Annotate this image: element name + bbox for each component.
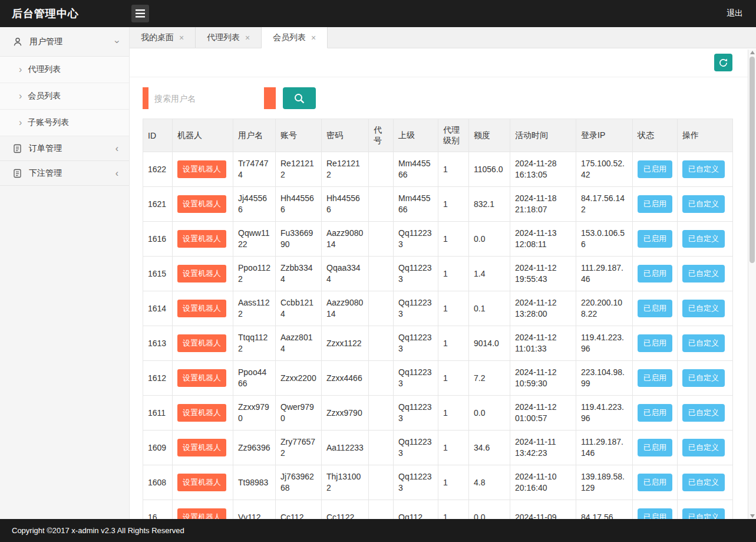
robot-settings-button[interactable]: 设置机器人 — [177, 300, 226, 317]
sidebar-subitem-agent-list[interactable]: › 代理列表 — [0, 57, 129, 83]
tab-close-icon[interactable]: × — [311, 33, 316, 42]
robot-settings-button[interactable]: 设置机器人 — [177, 474, 226, 491]
column-header-12: 操作 — [678, 119, 733, 152]
action-customized-button[interactable]: 已自定义 — [682, 195, 725, 213]
cell-action: 已自定义 — [678, 257, 733, 291]
sidebar-subitem-member-list[interactable]: › 会员列表 — [0, 83, 129, 110]
action-customized-button[interactable]: 已自定义 — [682, 230, 725, 248]
cell-time: 2024-11-12 19:55:43 — [510, 257, 576, 291]
robot-settings-button[interactable]: 设置机器人 — [177, 508, 226, 519]
status-enabled-button[interactable]: 已启用 — [638, 334, 672, 352]
scroll-down-icon[interactable] — [750, 514, 755, 518]
cell-status: 已启用 — [633, 291, 678, 326]
action-customized-button[interactable]: 已自定义 — [682, 404, 725, 422]
cell-action: 已自定义 — [678, 361, 733, 396]
action-customized-button[interactable]: 已自定义 — [682, 265, 725, 283]
cell-code — [369, 152, 394, 187]
tab-close-icon[interactable]: × — [179, 33, 184, 42]
status-enabled-button[interactable]: 已启用 — [638, 160, 672, 178]
sidebar-subitem-subaccount-list[interactable]: › 子账号列表 — [0, 110, 129, 136]
cell-action: 已自定义 — [678, 431, 733, 465]
cell-account: Ccbb1214 — [276, 291, 322, 326]
refresh-button[interactable] — [714, 54, 732, 71]
status-enabled-button[interactable]: 已启用 — [638, 404, 672, 422]
column-header-7: 代理级别 — [438, 119, 469, 152]
action-customized-button[interactable]: 已自定义 — [682, 508, 725, 519]
status-enabled-button[interactable]: 已启用 — [638, 369, 672, 387]
status-enabled-button[interactable]: 已启用 — [638, 195, 672, 213]
status-enabled-button[interactable]: 已启用 — [638, 474, 672, 491]
robot-settings-button[interactable]: 设置机器人 — [177, 195, 226, 213]
cell-level: 1 — [438, 257, 469, 291]
cell-quota: 0.1 — [469, 291, 510, 326]
scrollbar-thumb[interactable] — [750, 57, 755, 263]
robot-settings-button[interactable]: 设置机器人 — [177, 160, 226, 178]
action-customized-button[interactable]: 已自定义 — [682, 369, 725, 387]
cell-level: 1 — [438, 291, 469, 326]
tab-member-list[interactable]: 会员列表 × — [262, 27, 328, 48]
robot-settings-button[interactable]: 设置机器人 — [177, 230, 226, 248]
cell-account: Aazz8014 — [276, 326, 322, 361]
footer: Copyright ©2017 x-admin v2.3 All Rights … — [0, 519, 756, 542]
sidebar-item-bet-management[interactable]: 下注管理 ‹ — [0, 161, 129, 186]
cell-account: Zzbb3344 — [276, 257, 322, 291]
table-row: 1609设置机器人Zz96396Zry776572Aa112233Qq11223… — [143, 431, 733, 465]
cell-action: 已自定义 — [678, 326, 733, 361]
sidebar-item-order-management[interactable]: 订单管理 ‹ — [0, 136, 129, 161]
cell-quota: 7.2 — [469, 361, 510, 396]
column-header-1: 机器人 — [173, 119, 233, 152]
tab-agent-list[interactable]: 代理列表 × — [196, 27, 262, 48]
vertical-scrollbar[interactable] — [748, 50, 756, 519]
column-header-6: 上级 — [394, 119, 438, 152]
cell-robot: 设置机器人 — [173, 431, 233, 465]
chevron-left-icon: ‹ — [115, 169, 118, 178]
cell-account: Re121212 — [276, 152, 322, 187]
table-row: 1612设置机器人Ppoo4466Zzxx2200Zzxx4466Qq11223… — [143, 361, 733, 396]
tab-my-desktop[interactable]: 我的桌面 × — [130, 27, 196, 48]
scroll-up-icon[interactable] — [750, 51, 755, 54]
column-header-2: 用户名 — [233, 119, 276, 152]
cell-password: Re121212 — [322, 152, 369, 187]
cell-username: Aass1122 — [233, 291, 276, 326]
status-enabled-button[interactable]: 已启用 — [638, 439, 672, 456]
action-customized-button[interactable]: 已自定义 — [682, 474, 725, 491]
logout-button[interactable]: 退出 — [727, 8, 756, 19]
cell-password: Aazz908014 — [322, 291, 369, 326]
search-button[interactable] — [283, 87, 316, 109]
status-enabled-button[interactable]: 已启用 — [638, 265, 672, 283]
search-input[interactable] — [148, 87, 264, 109]
cell-level: 1 — [438, 361, 469, 396]
table-row: 1611设置机器人Zzxx9790Qwer9790Zzxx9790Qq11223… — [143, 396, 733, 431]
cell-code — [369, 465, 394, 500]
user-icon — [13, 37, 22, 47]
tab-close-icon[interactable]: × — [245, 33, 250, 42]
robot-settings-button[interactable]: 设置机器人 — [177, 404, 226, 422]
chevron-right-icon: › — [19, 65, 22, 74]
cell-status: 已启用 — [633, 431, 678, 465]
cell-ip: 119.41.223.96 — [576, 326, 633, 361]
tab-content: ID机器人用户名账号密码代号上级代理级别额度活动时间登录IP状态操作 1622设… — [130, 48, 756, 519]
status-enabled-button[interactable]: 已启用 — [638, 230, 672, 248]
cell-ip: 139.189.58.129 — [576, 465, 633, 500]
cell-password: Aazz908014 — [322, 222, 369, 257]
action-customized-button[interactable]: 已自定义 — [682, 300, 725, 317]
status-enabled-button[interactable]: 已启用 — [638, 508, 672, 519]
robot-settings-button[interactable]: 设置机器人 — [177, 265, 226, 283]
cell-robot: 设置机器人 — [173, 326, 233, 361]
menu-toggle-button[interactable] — [131, 5, 149, 22]
cell-ip: 175.100.52.42 — [576, 152, 633, 187]
action-customized-button[interactable]: 已自定义 — [682, 334, 725, 352]
cell-robot: 设置机器人 — [173, 257, 233, 291]
action-customized-button[interactable]: 已自定义 — [682, 439, 725, 456]
cell-account: Zzxx2200 — [276, 361, 322, 396]
cell-parent: Qq112233 — [394, 257, 438, 291]
robot-settings-button[interactable]: 设置机器人 — [177, 439, 226, 456]
robot-settings-button[interactable]: 设置机器人 — [177, 369, 226, 387]
cell-password: Thj131002 — [322, 465, 369, 500]
robot-settings-button[interactable]: 设置机器人 — [177, 334, 226, 352]
action-customized-button[interactable]: 已自定义 — [682, 160, 725, 178]
status-enabled-button[interactable]: 已启用 — [638, 300, 672, 317]
table-row: 1616设置机器人Qqww1122Fu3366990Aazz908014Qq11… — [143, 222, 733, 257]
cell-status: 已启用 — [633, 187, 678, 222]
sidebar-item-user-management[interactable]: 用户管理 › — [0, 27, 129, 57]
